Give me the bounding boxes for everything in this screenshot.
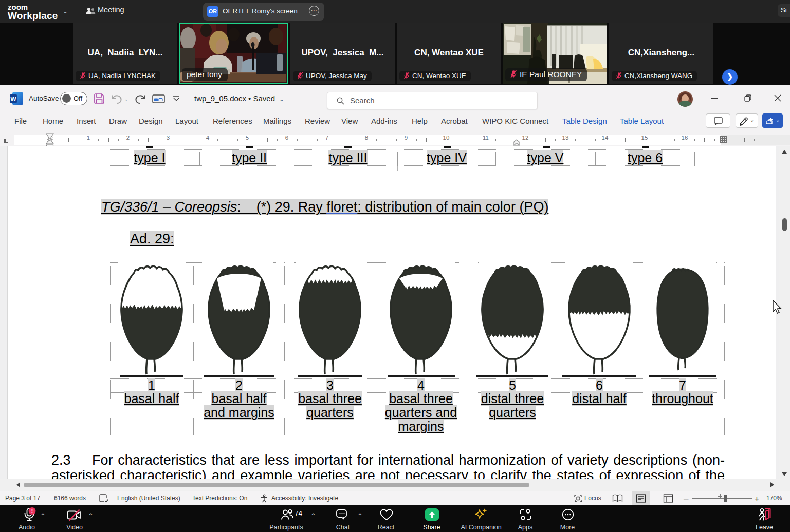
svg-text:W: W: [10, 96, 16, 103]
svg-text:!: !: [31, 508, 33, 514]
